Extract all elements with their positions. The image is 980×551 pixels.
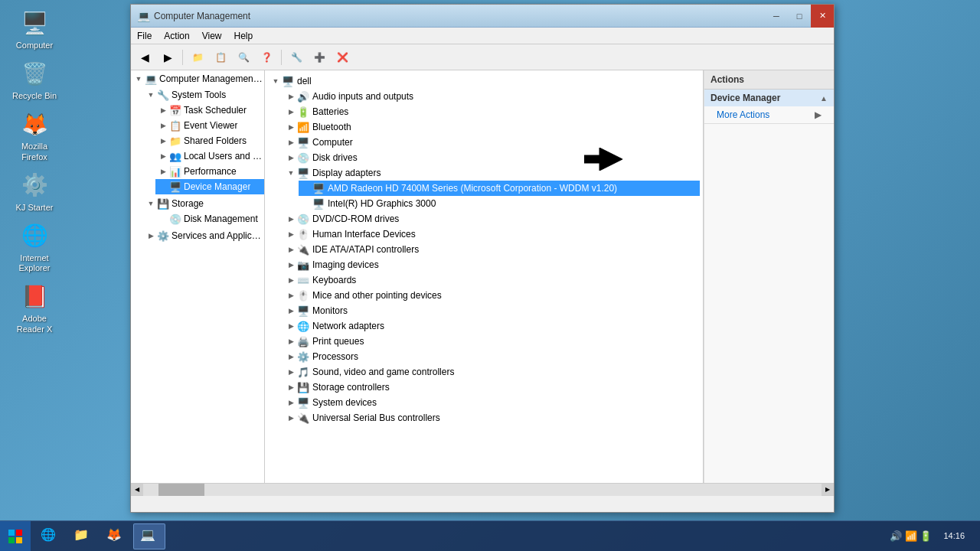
- device-processors[interactable]: ▶ ⚙️ Processors: [283, 349, 700, 364]
- horizontal-scrollbar: ◀ ▶: [131, 483, 834, 495]
- close-button[interactable]: ✕: [811, 5, 834, 28]
- menu-help[interactable]: Help: [228, 28, 260, 44]
- shared-folders-expand: ▶: [157, 135, 169, 147]
- hscrollbar-right-btn[interactable]: ▶: [822, 484, 834, 496]
- storage-children: 💿 Disk Management: [143, 211, 264, 227]
- computer-device-label: Computer: [312, 137, 353, 148]
- device-disk-drives[interactable]: ▶ 💿 Disk drives: [283, 150, 700, 165]
- device-intel-hd[interactable]: 🖥️ Intel(R) HD Graphics 3000: [299, 196, 700, 211]
- device-storage-ctrl[interactable]: ▶ 💾 Storage controllers: [283, 380, 700, 395]
- help-button[interactable]: ❓: [256, 47, 277, 67]
- device-ide[interactable]: ▶ 🔌 IDE ATA/ATAPI controllers: [283, 242, 700, 257]
- minimize-button[interactable]: ─: [765, 5, 788, 28]
- device-audio[interactable]: ▶ 🔊 Audio inputs and outputs: [283, 89, 700, 104]
- tree-system-tools-row[interactable]: ▼ 🔧 System Tools: [143, 87, 264, 103]
- menu-view[interactable]: View: [196, 28, 228, 44]
- taskbar-explorer[interactable]: 📁: [67, 523, 98, 549]
- properties-button[interactable]: 🔍: [233, 47, 254, 67]
- tree-root-row[interactable]: ▼ 💻 Computer Management (Local: [131, 71, 264, 86]
- amd-label: AMD Radeon HD 7400M Series (Microsoft Co…: [328, 183, 617, 194]
- device-bluetooth[interactable]: ▶ 📶 Bluetooth: [283, 119, 700, 135]
- device-batteries[interactable]: ▶ 🔋 Batteries: [283, 104, 700, 119]
- folder-button[interactable]: 📁: [187, 47, 208, 67]
- device-usb[interactable]: ▶ 🔌 Universal Serial Bus controllers: [283, 410, 700, 425]
- print-label: Print queues: [312, 336, 364, 347]
- desktop-icon-adobe[interactable]: 📕 Adobe Reader X: [8, 281, 61, 334]
- device-amd-radeon[interactable]: 🖥️ AMD Radeon HD 7400M Series (Microsoft…: [299, 181, 700, 196]
- desktop-icons-area: 🖥️ Computer 🗑️ Recycle Bin 🦊 Mozilla Fir…: [8, 8, 61, 334]
- desktop-icon-kj-starter[interactable]: ⚙️ KJ Starter: [8, 170, 61, 213]
- tree-task-scheduler[interactable]: ▶ 📅 Task Scheduler: [155, 103, 264, 118]
- device-network[interactable]: ▶ 🌐 Network adapters: [283, 318, 700, 334]
- maximize-button[interactable]: □: [788, 5, 811, 28]
- keyboards-expand: ▶: [285, 274, 297, 286]
- tree-device-manager[interactable]: 🖥️ Device Manager: [155, 179, 264, 194]
- tree-system-tools: ▼ 🔧 System Tools ▶ 📅 Task Scheduler: [143, 86, 264, 195]
- storage-ctrl-icon: 💾: [297, 381, 309, 393]
- sound-icon: 🎵: [297, 366, 309, 378]
- batteries-label: Batteries: [312, 106, 348, 117]
- device-dvd[interactable]: ▶ 💿 DVD/CD-ROM drives: [283, 211, 700, 227]
- device-hid[interactable]: ▶ 🖱️ Human Interface Devices: [283, 227, 700, 242]
- keyboards-icon: ⌨️: [297, 274, 309, 286]
- device-mice[interactable]: ▶ 🖱️ Mice and other pointing devices: [283, 288, 700, 303]
- computer-icon: 🖥️: [19, 8, 50, 38]
- device-system[interactable]: ▶ 🖥️ System devices: [283, 395, 700, 410]
- svg-rect-1: [8, 530, 15, 536]
- batteries-icon: 🔋: [297, 106, 309, 118]
- actions-section-device-manager-header[interactable]: Device Manager ▲: [704, 90, 834, 106]
- hscrollbar-left-btn[interactable]: ◀: [131, 484, 143, 496]
- ie-icon: 🌐: [19, 220, 50, 251]
- tree-storage: ▼ 💾 Storage 💿 Disk Management: [143, 195, 264, 227]
- hscrollbar-thumb[interactable]: [158, 484, 204, 496]
- print-expand: ▶: [285, 335, 297, 347]
- desktop-icon-ie[interactable]: 🌐 Internet Explorer: [8, 220, 61, 273]
- tree-disk-mgmt[interactable]: 💿 Disk Management: [155, 211, 264, 227]
- keyboards-label: Keyboards: [312, 275, 356, 285]
- device-computer[interactable]: ▶ 🖥️ Computer: [283, 135, 700, 150]
- desktop-icon-firefox[interactable]: 🦊 Mozilla Firefox: [8, 109, 61, 161]
- action-btn-1[interactable]: 🔧: [286, 47, 307, 67]
- tree-event-viewer[interactable]: ▶ 📋 Event Viewer: [155, 118, 264, 133]
- taskbar-comp-mgmt[interactable]: 💻: [133, 523, 165, 549]
- hscrollbar-track[interactable]: [143, 484, 822, 496]
- display-adapt-icon: 🖥️: [297, 167, 309, 179]
- device-display-adapters[interactable]: ▼ 🖥️ Display adapters: [283, 165, 700, 181]
- more-actions-item[interactable]: More Actions ▶: [704, 106, 834, 123]
- tree-performance[interactable]: ▶ 📊 Performance: [155, 164, 264, 179]
- desktop-icon-recycle-bin[interactable]: 🗑️ Recycle Bin: [8, 58, 61, 101]
- forward-button[interactable]: ▶: [157, 47, 178, 67]
- disk-mgmt-icon: 💿: [169, 213, 181, 225]
- device-tree: ▼ 🖥️ dell ▶ 🔊 Audio inputs and outputs: [265, 70, 703, 429]
- view-button[interactable]: 📋: [210, 47, 231, 67]
- disk-drives-expand: ▶: [285, 152, 297, 164]
- tree-services-apps-row[interactable]: ▶ ⚙️ Services and Applications: [143, 228, 264, 243]
- network-expand: ▶: [285, 320, 297, 332]
- action-btn-3[interactable]: ❌: [332, 47, 353, 67]
- device-keyboards[interactable]: ▶ ⌨️ Keyboards: [283, 272, 700, 288]
- taskbar-firefox[interactable]: 🦊: [100, 523, 131, 549]
- action-btn-2[interactable]: ➕: [309, 47, 330, 67]
- dell-icon: 🖥️: [282, 75, 294, 87]
- back-button[interactable]: ◀: [134, 47, 155, 67]
- device-mgr-label: Device Manager: [184, 181, 250, 192]
- desktop-icon-computer[interactable]: 🖥️ Computer: [8, 8, 61, 51]
- svg-rect-4: [16, 537, 22, 543]
- device-monitors[interactable]: ▶ 🖥️ Monitors: [283, 303, 700, 318]
- menu-action[interactable]: Action: [158, 28, 195, 44]
- start-button[interactable]: [0, 521, 31, 552]
- device-sound[interactable]: ▶ 🎵 Sound, video and game controllers: [283, 364, 700, 380]
- menu-file[interactable]: File: [131, 28, 158, 44]
- local-users-label: Local Users and Groups: [184, 151, 263, 161]
- sound-expand: ▶: [285, 366, 297, 378]
- device-root[interactable]: ▼ 🖥️ dell: [268, 73, 700, 89]
- intel-icon: 🖥️: [312, 197, 325, 210]
- desktop: 🖥️ Computer 🗑️ Recycle Bin 🦊 Mozilla Fir…: [0, 0, 980, 551]
- device-print[interactable]: ▶ 🖨️ Print queues: [283, 334, 700, 349]
- ide-expand: ▶: [285, 243, 297, 256]
- tree-shared-folders[interactable]: ▶ 📁 Shared Folders: [155, 133, 264, 148]
- tree-storage-row[interactable]: ▼ 💾 Storage: [143, 196, 264, 211]
- tree-local-users[interactable]: ▶ 👥 Local Users and Groups: [155, 148, 264, 164]
- taskbar-ie[interactable]: 🌐: [34, 523, 65, 549]
- device-imaging[interactable]: ▶ 📷 Imaging devices: [283, 257, 700, 272]
